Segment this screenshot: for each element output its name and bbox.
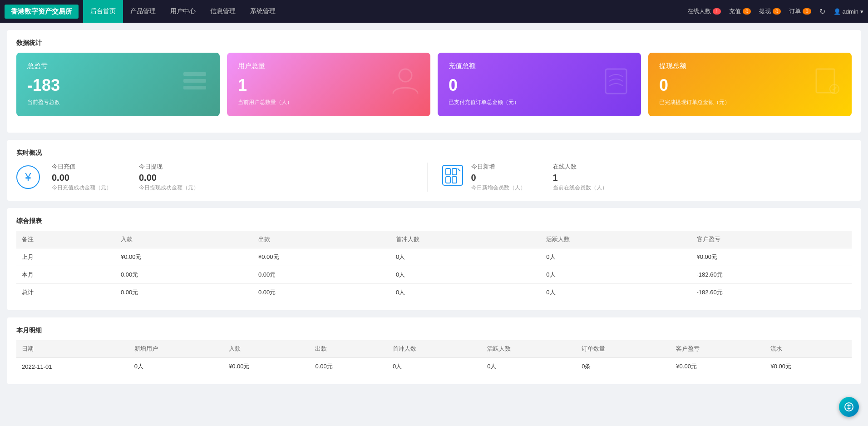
- realtime-newusers-item: 今日新增 0 今日新增会员数（人）: [471, 163, 526, 192]
- detail-cell-withdraw: 0.00元: [310, 358, 387, 376]
- detail-th-1: 新增用户: [129, 340, 223, 358]
- detail-cell-date: 2022-11-01: [16, 358, 129, 376]
- navbar-right: 在线人数 1 充值 0 提现 0 订单 0 ↻ 👤 admin ▾: [687, 7, 863, 16]
- chevron-down-icon: ▾: [860, 8, 863, 15]
- realtime-recharge-value: 0.00: [52, 173, 112, 183]
- table-row: 总计 0.00元 0.00元 0人 0人 -182.60元: [16, 284, 852, 302]
- detail-table: 日期新增用户入款出款首冲人数活跃人数订单数量客户盈亏流水 2022-11-01 …: [16, 340, 852, 375]
- refresh-icon[interactable]: ↻: [819, 7, 825, 16]
- detail-section: 本月明细 日期新增用户入款出款首冲人数活跃人数订单数量客户盈亏流水 2022-1…: [7, 317, 861, 384]
- detail-th-6: 订单数量: [576, 340, 671, 358]
- detail-title: 本月明细: [16, 327, 852, 335]
- realtime-section: 实时概况 ¥ 今日充值 0.00 今日充值成功金额（元） 今日提现 0.00 今…: [7, 140, 861, 201]
- nav-system[interactable]: 系统管理: [243, 0, 283, 23]
- stat-card-icon-0: [179, 65, 211, 104]
- stats-title: 数据统计: [16, 39, 852, 47]
- online-count-item[interactable]: 在线人数 1: [687, 7, 721, 15]
- table-row: 上月 ¥0.00元 ¥0.00元 0人 0人 ¥0.00元: [16, 248, 852, 266]
- detail-th-8: 流水: [765, 340, 852, 358]
- withdraw-badge: 0: [773, 8, 781, 15]
- stat-card-users: 用户总量 1 当前用户总数量（人）: [227, 53, 430, 116]
- detail-cell-first: 0人: [387, 358, 482, 376]
- report-cell-label: 上月: [16, 248, 115, 266]
- nav-home[interactable]: 后台首页: [83, 0, 123, 23]
- realtime-title: 实时概况: [16, 149, 852, 157]
- detail-cell-new-users: 0人: [129, 358, 223, 376]
- detail-th-5: 活跃人数: [482, 340, 576, 358]
- detail-th-3: 出款: [310, 340, 387, 358]
- report-th-4: 活跃人数: [541, 231, 691, 248]
- realtime-recharge-label: 今日充值: [52, 163, 112, 171]
- realtime-online-value: 1: [553, 173, 607, 183]
- table-row: 2022-11-01 0人 ¥0.00元 0.00元 0人 0人 0条 ¥0.0…: [16, 358, 852, 376]
- realtime-recharge-item: 今日充值 0.00 今日充值成功金额（元）: [52, 163, 112, 192]
- navbar: 香港数字资产交易所 后台首页 产品管理 用户中心 信息管理 系统管理 在线人数 …: [0, 0, 868, 23]
- stat-card-icon-3: [811, 65, 843, 104]
- stat-card-icon-1: [390, 65, 421, 104]
- svg-rect-5: [816, 69, 834, 93]
- table-row: 本月 0.00元 0.00元 0人 0人 -182.60元: [16, 266, 852, 284]
- nav-products[interactable]: 产品管理: [123, 0, 163, 23]
- nav-users[interactable]: 用户中心: [163, 0, 203, 23]
- report-cell-profit: -182.60元: [691, 266, 852, 284]
- admin-label: admin: [843, 8, 858, 15]
- report-section: 综合报表 备注 入款 出款 首冲人数 活跃人数 客户盈亏 上月 ¥0.00元 ¥…: [7, 208, 861, 310]
- report-cell-withdraw: 0.00元: [253, 266, 390, 284]
- report-cell-active: 0人: [541, 284, 691, 302]
- nav-info[interactable]: 信息管理: [203, 0, 243, 23]
- order-item[interactable]: 订单 0: [789, 7, 811, 15]
- stats-section: 数据统计 总盈亏 -183 当前盈亏总数 用户总量 1 当前用户总数量（人）: [7, 30, 861, 133]
- recharge-label: 充值: [729, 7, 741, 15]
- realtime-withdraw-label: 今日提现: [139, 163, 199, 171]
- stat-card-recharge: 充值总额 0 已支付充值订单总金额（元）: [438, 53, 641, 116]
- withdraw-item[interactable]: 提现 0: [759, 7, 781, 15]
- admin-icon: 👤: [833, 8, 841, 15]
- report-cell-withdraw: ¥0.00元: [253, 248, 390, 266]
- realtime-withdraw-item: 今日提现 0.00 今日提现成功金额（元）: [139, 163, 199, 192]
- report-th-2: 出款: [253, 231, 390, 248]
- report-table: 备注 入款 出款 首冲人数 活跃人数 客户盈亏 上月 ¥0.00元 ¥0.00元…: [16, 231, 852, 301]
- realtime-online-item: 在线人数 1 当前在线会员数（人）: [553, 163, 607, 192]
- report-th-3: 首冲人数: [390, 231, 541, 248]
- report-cell-label: 总计: [16, 284, 115, 302]
- svg-rect-8: [446, 168, 450, 175]
- report-cell-first: 0人: [390, 284, 541, 302]
- online-badge: 1: [713, 8, 721, 15]
- stat-card-profit: 总盈亏 -183 当前盈亏总数: [16, 53, 220, 116]
- recharge-item[interactable]: 充值 0: [729, 7, 751, 15]
- stat-card-icon-2: [600, 65, 632, 104]
- report-cell-label: 本月: [16, 266, 115, 284]
- svg-rect-4: [606, 69, 626, 94]
- detail-th-4: 首冲人数: [387, 340, 482, 358]
- stat-card-withdraw: 提现总额 0 已完成提现订单总金额（元）: [648, 53, 852, 116]
- main-content: 数据统计 总盈亏 -183 当前盈亏总数 用户总量 1 当前用户总数量（人）: [0, 23, 868, 399]
- report-cell-active: 0人: [541, 266, 691, 284]
- report-cell-deposit: 0.00元: [115, 266, 253, 284]
- svg-rect-11: [452, 177, 457, 183]
- yuan-icon: ¥: [16, 165, 40, 189]
- withdraw-label: 提现: [759, 7, 771, 15]
- order-badge: 0: [803, 8, 811, 15]
- card-icon-people: [441, 164, 464, 191]
- report-cell-deposit: 0.00元: [115, 284, 253, 302]
- detail-cell-flow: ¥0.00元: [765, 358, 852, 376]
- report-th-0: 备注: [16, 231, 115, 248]
- realtime-newusers-sub: 今日新增会员数（人）: [471, 184, 526, 192]
- svg-point-3: [399, 69, 412, 82]
- detail-cell-deposit: ¥0.00元: [223, 358, 310, 376]
- svg-rect-2: [183, 86, 206, 89]
- realtime-withdraw-sub: 今日提现成功金额（元）: [139, 184, 199, 192]
- report-cell-first: 0人: [390, 248, 541, 266]
- admin-info[interactable]: 👤 admin ▾: [833, 8, 863, 15]
- realtime-newusers-value: 0: [471, 173, 526, 183]
- detail-th-7: 客户盈亏: [671, 340, 765, 358]
- detail-th-2: 入款: [223, 340, 310, 358]
- report-th-1: 入款: [115, 231, 253, 248]
- realtime-recharge-sub: 今日充值成功金额（元）: [52, 184, 112, 192]
- online-label: 在线人数: [687, 7, 711, 15]
- report-cell-withdraw: 0.00元: [253, 284, 390, 302]
- detail-th-0: 日期: [16, 340, 129, 358]
- report-cell-active: 0人: [541, 248, 691, 266]
- brand: 香港数字资产交易所: [5, 5, 79, 19]
- detail-cell-profit: ¥0.00元: [671, 358, 765, 376]
